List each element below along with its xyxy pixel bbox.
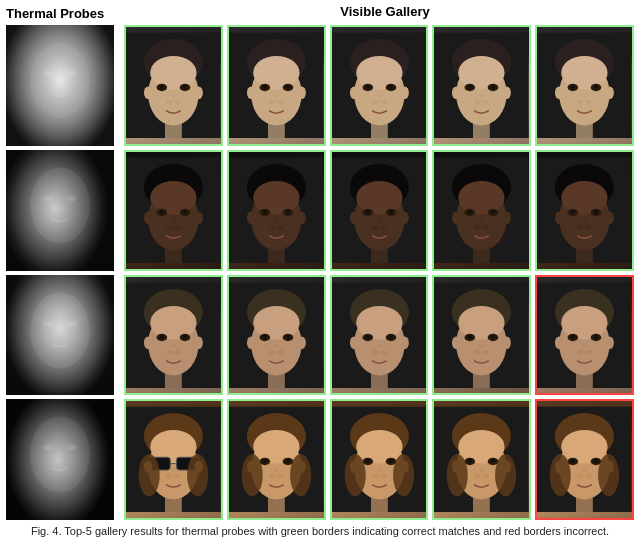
svg-point-161 [263,334,267,338]
svg-point-1 [43,70,53,76]
svg-point-5 [67,195,77,201]
svg-point-49 [349,86,357,99]
gallery-face-r3-c4 [432,275,531,396]
svg-point-50 [400,86,408,99]
svg-point-97 [286,210,290,214]
svg-point-123 [491,210,495,214]
svg-point-141 [606,211,614,224]
svg-rect-22 [165,122,182,138]
svg-point-201 [594,334,598,338]
svg-point-9 [30,417,90,493]
svg-point-119 [459,181,505,215]
svg-point-184 [459,305,505,339]
svg-point-243 [388,459,392,463]
svg-point-86 [174,225,180,229]
svg-point-189 [474,350,480,354]
svg-point-177 [380,350,386,354]
svg-point-197 [561,305,607,339]
svg-point-249 [344,454,365,496]
svg-rect-61 [473,122,490,138]
svg-point-136 [594,210,598,214]
svg-point-80 [150,181,196,215]
gallery-face-r2-c2 [227,150,326,271]
svg-point-36 [247,86,255,99]
gallery-face-r4-c4 [432,399,531,520]
svg-point-254 [459,430,505,464]
svg-point-235 [290,454,311,496]
svg-rect-48 [371,122,388,138]
svg-point-114 [349,211,357,224]
gallery-face-r4-c1 [124,399,223,520]
svg-point-264 [447,454,468,496]
svg-point-269 [561,430,607,464]
svg-point-111 [372,225,378,229]
svg-point-10 [43,445,53,451]
svg-point-124 [474,225,480,229]
svg-point-206 [606,336,614,349]
svg-point-45 [388,85,392,89]
svg-rect-35 [268,122,285,138]
svg-point-163 [269,350,275,354]
svg-rect-231 [268,496,285,512]
gallery-face-r2-c4 [432,150,531,271]
svg-point-33 [269,100,275,104]
thermal-probe-2 [6,150,114,271]
svg-point-192 [452,336,460,349]
svg-point-7 [43,320,53,326]
svg-point-273 [594,459,598,463]
svg-point-272 [571,459,575,463]
svg-point-24 [194,86,202,99]
svg-point-234 [241,454,262,496]
svg-point-41 [356,56,402,90]
svg-point-6 [30,292,90,368]
svg-point-60 [483,100,489,104]
svg-point-88 [144,211,152,224]
svg-point-275 [586,474,592,478]
svg-point-89 [194,211,202,224]
svg-point-18 [160,85,164,89]
gallery-face-r1-c3 [330,25,429,146]
svg-point-125 [483,225,489,229]
svg-point-110 [388,210,392,214]
gallery-face-r2-c1 [124,150,223,271]
svg-point-230 [277,474,283,478]
svg-point-149 [183,334,187,338]
svg-point-83 [160,210,164,214]
svg-point-219 [139,454,160,496]
svg-point-280 [598,454,619,496]
svg-point-227 [263,459,267,463]
svg-point-166 [247,336,255,349]
svg-point-76 [606,86,614,99]
svg-rect-178 [371,372,388,388]
svg-point-260 [483,474,489,478]
svg-point-224 [253,430,299,464]
svg-point-57 [468,85,472,89]
svg-point-135 [571,210,575,214]
svg-rect-74 [576,122,593,138]
svg-point-158 [253,305,299,339]
svg-rect-113 [371,247,388,263]
svg-point-4 [43,195,53,201]
svg-point-145 [150,305,196,339]
svg-point-193 [503,336,511,349]
svg-point-0 [30,42,90,118]
svg-point-127 [452,211,460,224]
svg-point-96 [263,210,267,214]
thermal-column [6,25,114,520]
main-container: Thermal Probes Visible Gallery [0,0,640,544]
svg-point-84 [183,210,187,214]
content-row [6,25,634,520]
gallery-face-r2-c5 [535,150,634,271]
thermal-probe-3 [6,275,114,396]
svg-rect-276 [576,496,593,512]
svg-point-176 [372,350,378,354]
svg-point-67 [561,56,607,90]
gallery-face-r3-c3 [330,275,429,396]
svg-point-171 [356,305,402,339]
svg-point-62 [452,86,460,99]
gallery-face-r1-c1 [124,25,223,146]
svg-point-75 [555,86,563,99]
svg-point-122 [468,210,472,214]
svg-point-274 [577,474,583,478]
svg-point-188 [491,334,495,338]
